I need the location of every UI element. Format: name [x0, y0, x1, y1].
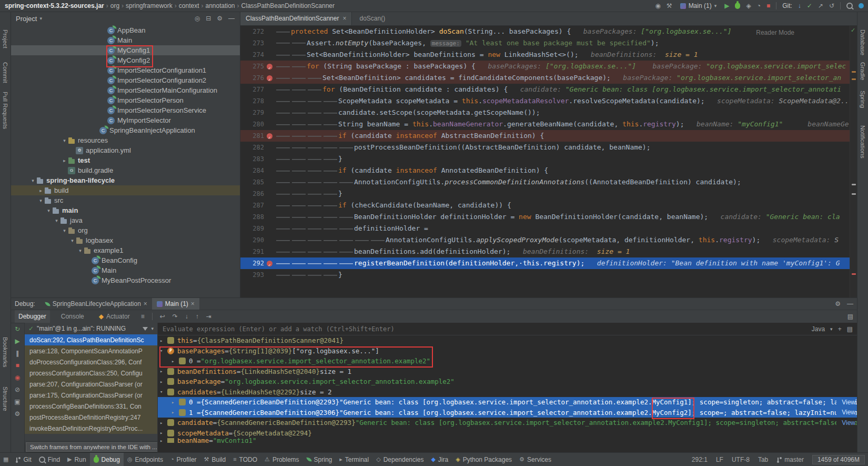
code-line[interactable]: 276Set<BeanDefinition> candidates = find…: [240, 72, 850, 84]
variable-row[interactable]: ▸1 = {ScannedGenericBeanDefinition@2306}…: [158, 408, 857, 418]
stripe-mark[interactable]: [852, 193, 856, 195]
status-item-todo[interactable]: ≡TODO: [229, 453, 261, 466]
build-hammer-icon[interactable]: ⚒: [667, 3, 672, 9]
chevron-down-icon[interactable]: ▾: [160, 348, 167, 353]
tree-item-spring-bean-lifecycle[interactable]: ▾spring-bean-lifecycle: [11, 175, 240, 185]
frame-row[interactable]: processConfigurationClass:250, Configu: [25, 368, 157, 379]
tool-stripe-pull-requests[interactable]: Pull Requests: [2, 92, 8, 129]
layout-settings-icon[interactable]: ⚙: [835, 301, 841, 307]
code-line[interactable]: 273Assert.notEmpty(basePackages, message…: [240, 37, 850, 49]
step-into-button[interactable]: ↓: [185, 313, 188, 320]
resume-button[interactable]: ▶: [15, 338, 19, 344]
collapse-all-icon[interactable]: ⊟: [206, 15, 211, 22]
close-icon[interactable]: ×: [342, 15, 346, 22]
code-line[interactable]: 292registerBeanDefinition(definitionHold…: [240, 257, 850, 269]
breakpoint-icon[interactable]: [266, 63, 274, 70]
debug-tab-main-1-[interactable]: Main (1)×: [152, 298, 199, 310]
code-line[interactable]: 286}: [240, 188, 850, 200]
rerun-debug-button[interactable]: ↻: [15, 326, 20, 332]
layout-icon[interactable]: ▤: [847, 326, 853, 332]
tree-item-main[interactable]: CMain: [11, 35, 240, 45]
code-line[interactable]: 277for (BeanDefinition candidate : candi…: [240, 84, 850, 95]
code-line[interactable]: 280String beanName = this.beanNameGenera…: [240, 118, 850, 130]
chevron-down-icon[interactable]: ▾: [77, 248, 84, 253]
code-area[interactable]: 272protected Set<BeanDefinitionHolder> d…: [240, 26, 850, 298]
frame-row[interactable]: doScan:292, ClassPathBeanDefinitionSc: [25, 334, 157, 345]
status-item-profiler[interactable]: ◔Profiler: [167, 453, 200, 466]
tree-item-org[interactable]: ▾org: [11, 225, 240, 235]
status-item-services[interactable]: ⚙Services: [516, 453, 555, 466]
code-line[interactable]: 288BeanDefinitionHolder definitionHolder…: [240, 211, 850, 223]
chevron-right-icon[interactable]: ▸: [61, 158, 68, 163]
chevron-down-icon[interactable]: ▾: [29, 178, 36, 183]
tree-item-example1[interactable]: ▾example1: [11, 245, 240, 255]
variable-row[interactable]: ▾candidates = {LinkedHashSet@2292} size …: [158, 387, 857, 398]
thread-row[interactable]: ✓"main"@1 in g...ain": RUNNING▾: [25, 323, 157, 334]
tool-stripe-database[interactable]: Database: [860, 29, 866, 55]
tool-stripe-spring[interactable]: Spring: [860, 91, 866, 108]
tree-item-build.gradle[interactable]: Gbuild.gradle: [11, 165, 240, 175]
locate-file-icon[interactable]: ◎: [195, 15, 200, 22]
code-line[interactable]: 282postProcessBeanDefinition((AbstractBe…: [240, 142, 850, 153]
profiler-button[interactable]: ◔: [757, 3, 761, 9]
layout-menu-icon[interactable]: ≡: [141, 313, 145, 320]
breadcrumb-item[interactable]: spring-context-5.3.22-sources.jar: [4, 2, 105, 9]
status-indicator[interactable]: LF: [716, 456, 723, 463]
debug-view-tab-actuator[interactable]: ◆Actuator: [95, 310, 134, 323]
reader-mode-label[interactable]: Reader Mode: [756, 29, 794, 36]
tree-item-build[interactable]: ▸build: [11, 185, 240, 195]
breadcrumb-item[interactable]: annotation: [205, 2, 235, 9]
debug-tab-springbeanlifecycleapplication[interactable]: SpringBeanLifecycleApplication×: [41, 298, 152, 310]
coverage-button[interactable]: ◈: [746, 3, 751, 9]
tree-item-importselectorconfiguration1[interactable]: CImportSelectorConfiguration1: [11, 65, 240, 75]
show-execution-point-button[interactable]: ↩: [160, 313, 165, 320]
tree-item-application.yml[interactable]: ⚙application.yml: [11, 145, 240, 155]
expression-language-selector[interactable]: Java: [812, 325, 825, 333]
status-item-run[interactable]: ▶Run: [64, 453, 89, 466]
debug-view-tab-console[interactable]: Console: [57, 310, 88, 323]
collaboration-icon[interactable]: ◉: [655, 3, 660, 9]
variable-row[interactable]: ▸scopeMetadata = {ScopeMetadata@2294}: [158, 428, 857, 439]
chevron-down-icon[interactable]: ▾: [69, 238, 76, 243]
code-line[interactable]: 278ScopeMetadata scopeMetadata = this.sc…: [240, 95, 850, 107]
code-line[interactable]: 291beanDefinitions.add(definitionHolder)…: [240, 246, 850, 257]
vcs-update-button[interactable]: ↓: [798, 3, 801, 9]
status-item-endpoints[interactable]: ◎Endpoints: [124, 453, 167, 466]
run-to-cursor-button[interactable]: ⇥: [206, 313, 211, 320]
frame-row[interactable]: invokeBeanDefinitionRegistryPostProc...: [25, 423, 157, 434]
view-link[interactable]: View: [836, 399, 855, 406]
tree-item-mybeanpostprocessor[interactable]: CMyBeanPostProcessor: [11, 275, 240, 285]
stripe-mark[interactable]: [852, 184, 856, 185]
status-item-jira[interactable]: ◆Jira: [427, 453, 452, 466]
variable-row[interactable]: ▸candidate = {ScannedGenericBeanDefiniti…: [158, 418, 857, 428]
project-panel-title[interactable]: Project: [16, 15, 37, 23]
status-item-dependencies[interactable]: ◇Dependencies: [372, 453, 427, 466]
code-line[interactable]: 285AnnotationConfigUtils.processCommonDe…: [240, 176, 850, 188]
breakpoint-icon[interactable]: [266, 75, 274, 82]
chevron-down-icon[interactable]: ▾: [53, 218, 60, 223]
settings-icon[interactable]: ⚙: [217, 15, 223, 22]
view-link[interactable]: View: [836, 409, 855, 416]
code-line[interactable]: 274Set<BeanDefinitionHolder> beanDefinit…: [240, 49, 850, 61]
chevron-down-icon[interactable]: ▾: [61, 138, 68, 143]
breadcrumb-item[interactable]: springframework: [125, 2, 173, 9]
tree-item-importselectormainconfiguration[interactable]: CImportSelectorMainConfiguration: [11, 85, 240, 95]
stop-debug-button[interactable]: ■: [15, 362, 19, 369]
search-everywhere-button[interactable]: [846, 3, 853, 9]
chevron-right-icon[interactable]: ▸: [160, 379, 167, 384]
chevron-down-icon[interactable]: ▾: [45, 208, 52, 213]
tree-item-src[interactable]: ▾src: [11, 195, 240, 205]
step-out-button[interactable]: ↑: [196, 313, 199, 320]
status-item-python-packages[interactable]: ◈Python Packages: [452, 453, 516, 466]
add-watch-icon[interactable]: +: [838, 326, 842, 332]
status-indicator[interactable]: Tab: [758, 456, 768, 463]
frame-row[interactable]: processConfigBeanDefinitions:331, Con: [25, 401, 157, 412]
chevron-down-icon[interactable]: ▾: [151, 326, 154, 331]
status-item-debug[interactable]: Debug: [90, 453, 124, 466]
chevron-right-icon[interactable]: ▸: [37, 188, 44, 193]
close-icon[interactable]: ×: [144, 300, 147, 308]
breadcrumb-item[interactable]: context: [178, 2, 200, 9]
chevron-right-icon[interactable]: ▸: [160, 369, 167, 374]
variable-row[interactable]: ▸this = {ClassPathBeanDefinitionScanner@…: [158, 335, 857, 346]
tree-item-myconfig1[interactable]: CMyConfig1: [11, 45, 240, 55]
